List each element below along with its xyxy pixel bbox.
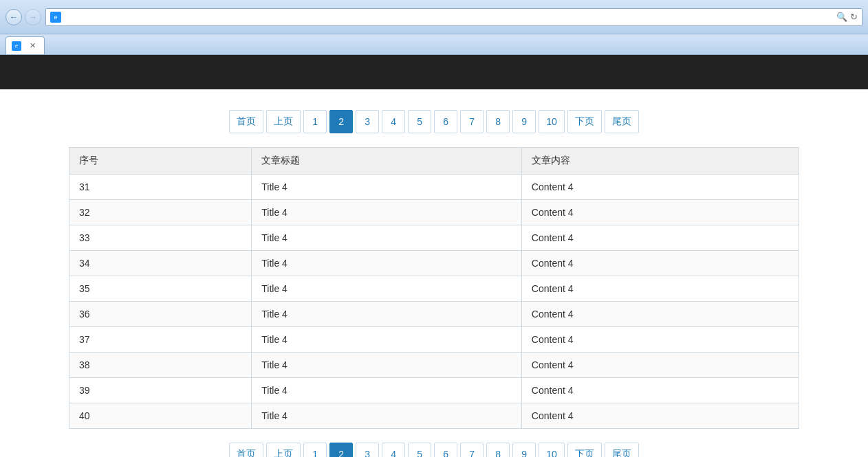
page-button-尾页[interactable]: 尾页: [605, 443, 639, 457]
table-cell-2-2: Content 4: [521, 225, 799, 251]
pagination-top: 首页上页12345678910下页尾页: [0, 110, 868, 133]
address-bar[interactable]: e 🔍 ↻: [45, 8, 862, 26]
table-cell-4-0: 35: [69, 276, 252, 302]
app-content: 首页上页12345678910下页尾页 序号文章标题文章内容 31Title 4…: [0, 89, 868, 457]
page-button-3[interactable]: 3: [356, 110, 379, 133]
page-button-下页[interactable]: 下页: [567, 443, 602, 457]
page-button-1[interactable]: 1: [303, 443, 327, 457]
page-button-4[interactable]: 4: [382, 110, 405, 133]
page-button-9[interactable]: 9: [512, 110, 536, 133]
page-button-2[interactable]: 2: [329, 110, 353, 133]
page-button-8[interactable]: 8: [486, 110, 510, 133]
table-cell-5-1: Title 4: [252, 302, 522, 327]
search-icon[interactable]: 🔍: [836, 12, 847, 22]
table-cell-6-0: 37: [69, 327, 252, 353]
forward-button[interactable]: →: [25, 9, 41, 25]
page-button-6[interactable]: 6: [434, 110, 457, 133]
page-button-5[interactable]: 5: [408, 110, 431, 133]
table-cell-4-1: Title 4: [252, 276, 522, 302]
page-button-4[interactable]: 4: [382, 443, 405, 457]
address-favicon: e: [50, 12, 61, 23]
table-cell-9-2: Content 4: [521, 403, 799, 429]
table-body: 31Title 4Content 432Title 4Content 433Ti…: [69, 175, 799, 429]
browser-tab[interactable]: e ✕: [6, 36, 45, 54]
page-button-1[interactable]: 1: [303, 110, 327, 133]
table-cell-3-2: Content 4: [521, 251, 799, 276]
nav-buttons: ← →: [6, 9, 41, 25]
page-button-5[interactable]: 5: [408, 443, 431, 457]
table-cell-7-2: Content 4: [521, 353, 799, 378]
table-row: 36Title 4Content 4: [69, 302, 799, 327]
table-cell-2-0: 33: [69, 225, 252, 251]
table-cell-7-1: Title 4: [252, 353, 522, 378]
table-cell-3-1: Title 4: [252, 251, 522, 276]
table-cell-1-1: Title 4: [252, 200, 522, 225]
table-cell-2-1: Title 4: [252, 225, 522, 251]
data-table: 序号文章标题文章内容 31Title 4Content 432Title 4Co…: [69, 147, 799, 429]
table-cell-8-1: Title 4: [252, 378, 522, 403]
page-button-首页[interactable]: 首页: [229, 443, 263, 457]
page-button-上页[interactable]: 上页: [266, 443, 301, 457]
page-button-首页[interactable]: 首页: [229, 110, 263, 133]
tab-bar: e ✕: [0, 34, 868, 55]
table-col-2: 文章内容: [521, 148, 799, 175]
table-row: 33Title 4Content 4: [69, 225, 799, 251]
page-button-6[interactable]: 6: [434, 443, 457, 457]
page-button-7[interactable]: 7: [460, 110, 484, 133]
table-col-1: 文章标题: [252, 148, 522, 175]
table-head: 序号文章标题文章内容: [69, 148, 799, 175]
tab-favicon: e: [12, 41, 21, 51]
tab-close-button[interactable]: ✕: [30, 41, 36, 50]
table-header-row: 序号文章标题文章内容: [69, 148, 799, 175]
table-cell-5-0: 36: [69, 302, 252, 327]
table-cell-7-0: 38: [69, 353, 252, 378]
page-button-10[interactable]: 10: [539, 443, 565, 457]
table-cell-0-1: Title 4: [252, 175, 522, 200]
table-row: 31Title 4Content 4: [69, 175, 799, 200]
page-button-3[interactable]: 3: [356, 443, 379, 457]
page-button-8[interactable]: 8: [486, 443, 510, 457]
pagination-bottom: 首页上页12345678910下页尾页: [0, 443, 868, 457]
page-button-下页[interactable]: 下页: [567, 110, 602, 133]
refresh-icon[interactable]: ↻: [850, 12, 858, 22]
page-button-9[interactable]: 9: [512, 443, 536, 457]
table-cell-9-1: Title 4: [252, 403, 522, 429]
table-row: 32Title 4Content 4: [69, 200, 799, 225]
table-cell-6-2: Content 4: [521, 327, 799, 353]
app-navbar: [0, 55, 868, 89]
table-row: 38Title 4Content 4: [69, 353, 799, 378]
table-cell-1-0: 32: [69, 200, 252, 225]
page-button-10[interactable]: 10: [539, 110, 565, 133]
browser-chrome: ← → e 🔍 ↻: [0, 0, 868, 34]
table-cell-0-2: Content 4: [521, 175, 799, 200]
table-cell-6-1: Title 4: [252, 327, 522, 353]
page-button-2[interactable]: 2: [329, 443, 353, 457]
table-row: 37Title 4Content 4: [69, 327, 799, 353]
table-cell-8-2: Content 4: [521, 378, 799, 403]
table-cell-4-2: Content 4: [521, 276, 799, 302]
back-button[interactable]: ←: [6, 9, 22, 25]
table-row: 34Title 4Content 4: [69, 251, 799, 276]
table-col-0: 序号: [69, 148, 252, 175]
page-button-上页[interactable]: 上页: [266, 110, 301, 133]
table-wrap: 序号文章标题文章内容 31Title 4Content 432Title 4Co…: [69, 147, 799, 429]
table-cell-3-0: 34: [69, 251, 252, 276]
page-button-7[interactable]: 7: [460, 443, 484, 457]
table-row: 39Title 4Content 4: [69, 378, 799, 403]
table-cell-1-2: Content 4: [521, 200, 799, 225]
table-cell-9-0: 40: [69, 403, 252, 429]
table-row: 35Title 4Content 4: [69, 276, 799, 302]
table-row: 40Title 4Content 4: [69, 403, 799, 429]
table-cell-8-0: 39: [69, 378, 252, 403]
page-button-尾页[interactable]: 尾页: [605, 110, 639, 133]
table-cell-0-0: 31: [69, 175, 252, 200]
table-cell-5-2: Content 4: [521, 302, 799, 327]
address-icons: 🔍 ↻: [836, 12, 858, 22]
